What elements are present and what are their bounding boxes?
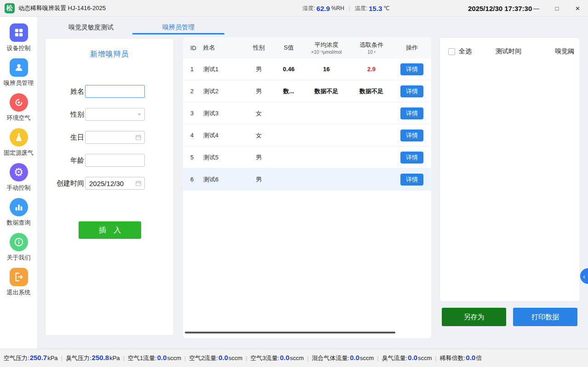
sidebar-item-manual-control[interactable]: ⚙ 手动控制: [7, 163, 31, 192]
print-data-button[interactable]: 打印数据: [513, 308, 577, 326]
window-controls: — □ ✕: [526, 0, 588, 17]
main-area: 嗅觉灵敏度测试 嗅辨员管理 新增嗅辩员 姓名 性别 生日: [38, 17, 588, 349]
test-results-panel: 全选 测试时间 嗅觉阈: [440, 37, 580, 302]
humidity-value: 62.9: [316, 5, 330, 12]
sidebar: 设备控制 嗅辨员管理 环境空气 固定源废气 ⚙ 手动控制 数据查询 关于我们: [0, 17, 38, 349]
detail-button[interactable]: 详情: [400, 107, 423, 119]
cell-s-value: 0.46: [275, 66, 303, 73]
results-header-row: 全选 测试时间 嗅觉阈: [440, 41, 580, 62]
sidebar-item-device-control[interactable]: 设备控制: [7, 23, 31, 52]
col-header-name: 姓名: [203, 44, 243, 52]
tab-bar: 嗅觉灵敏度测试 嗅辨员管理: [50, 21, 224, 34]
status-unit: kPa: [109, 355, 120, 361]
cell-selection-condition: 2.9: [350, 66, 393, 73]
status-value: 0.0: [350, 354, 360, 361]
create-time-field-row: 创建时间: [46, 177, 173, 190]
status-unit: sccm: [228, 355, 242, 361]
age-input[interactable]: [85, 154, 145, 167]
status-value: 250.7: [30, 354, 47, 361]
status-label: 混合气体流量:: [312, 354, 349, 362]
status-unit: kPa: [47, 355, 57, 361]
cell-gender: 男: [243, 87, 275, 96]
save-as-button[interactable]: 另存为: [442, 308, 506, 326]
horizontal-scrollbar[interactable]: [185, 332, 395, 333]
cell-selection-condition: 数据不足: [350, 87, 393, 96]
age-field-row: 年龄: [46, 154, 173, 167]
detail-button[interactable]: 详情: [400, 174, 423, 186]
calendar-icon: [135, 134, 142, 141]
detail-button[interactable]: 详情: [400, 63, 423, 75]
cell-name: 测试2: [203, 87, 243, 96]
col-header-selection-condition: 选取条件 10 ˢ: [350, 41, 393, 55]
col-header-id: ID: [183, 45, 203, 51]
cell-id: 6: [183, 176, 203, 183]
status-value: 0.0: [218, 354, 228, 361]
cell-name: 测试3: [203, 109, 243, 118]
info-icon: [10, 233, 28, 251]
close-icon[interactable]: ✕: [567, 0, 588, 17]
cell-gender: 女: [243, 131, 275, 140]
col-header-gender: 性别: [243, 44, 275, 52]
status-item: 空气2流量: 0.0 sccm: [181, 354, 242, 362]
detail-button[interactable]: 详情: [400, 85, 423, 97]
tab-sensitivity-test[interactable]: 嗅觉灵敏度测试: [50, 21, 132, 34]
status-label: 稀释倍数:: [440, 354, 466, 362]
cell-name: 测试4: [203, 131, 243, 140]
grid-icon: [10, 23, 28, 42]
cell-gender: 男: [243, 153, 275, 162]
name-input[interactable]: [85, 85, 145, 98]
maximize-icon[interactable]: □: [547, 0, 567, 17]
select-all-label: 全选: [459, 47, 472, 56]
swirl-icon: [10, 93, 28, 112]
table-row[interactable]: 5 测试5 男 详情: [183, 147, 431, 169]
gender-select[interactable]: [85, 108, 145, 121]
temperature-value: 15.3: [369, 5, 382, 12]
status-value: 250.8: [92, 354, 109, 361]
status-unit: sccm: [360, 355, 374, 361]
table-row[interactable]: 3 测试3 女 详情: [183, 102, 431, 124]
cell-name: 测试6: [203, 175, 243, 184]
status-bar: 空气压力: 250.7 kPa 臭气压力: 250.8 kPa 空气1流量: 0…: [0, 349, 588, 367]
detail-button[interactable]: 详情: [400, 130, 423, 141]
table-row[interactable]: 6 测试6 男 详情: [183, 169, 431, 191]
sidebar-item-ambient-air[interactable]: 环境空气: [7, 93, 31, 122]
col-header-operation: 操作: [393, 44, 431, 52]
gender-label: 性别: [70, 110, 84, 119]
minimize-icon[interactable]: —: [526, 0, 547, 17]
table-row[interactable]: 2 测试2 男 数... 数据不足 数据不足 详情: [183, 80, 431, 102]
status-item: 空气1流量: 0.0 sccm: [120, 354, 181, 362]
col-header-s-value: S值: [275, 44, 303, 52]
sidebar-item-sniffer-management[interactable]: 嗅辨员管理: [4, 58, 34, 87]
detail-button[interactable]: 详情: [400, 152, 423, 164]
status-item: 臭气压力: 250.8 kPa: [58, 354, 120, 362]
gender-field-row: 性别: [46, 108, 173, 121]
status-value: 0.0: [466, 354, 475, 361]
status-label: 臭气流量:: [382, 354, 407, 362]
calendar-icon: [135, 180, 142, 186]
name-label: 姓名: [70, 87, 84, 96]
cell-avg-concentration: 数据不足: [303, 87, 350, 96]
status-item: 混合气体流量: 0.0 sccm: [304, 354, 374, 362]
insert-button[interactable]: 插 入: [79, 221, 141, 239]
chevron-left-icon: ‹: [583, 272, 585, 280]
table-row[interactable]: 1 测试1 男 0.46 16 2.9 详情: [183, 58, 431, 80]
create-time-label: 创建时间: [57, 179, 84, 188]
sidebar-item-about-us[interactable]: 关于我们: [7, 233, 31, 262]
table-row[interactable]: 4 测试4 女 详情: [183, 124, 431, 147]
cell-gender: 女: [243, 109, 275, 118]
cell-avg-concentration: 16: [303, 66, 350, 73]
sidebar-item-data-query[interactable]: 数据查询: [7, 198, 31, 227]
app-logo: 松: [5, 3, 15, 13]
sidebar-item-stationary-source[interactable]: 固定源废气: [4, 128, 34, 157]
status-label: 空气压力:: [4, 354, 29, 362]
status-value: 0.0: [280, 354, 290, 361]
sidebar-item-exit-system[interactable]: 退出系统: [7, 268, 31, 297]
temperature-unit: ℃: [383, 5, 389, 11]
cell-id: 1: [183, 66, 203, 73]
select-all-checkbox[interactable]: [448, 48, 455, 55]
status-label: 臭气压力:: [66, 354, 91, 362]
collapse-panel-arrow[interactable]: ‹: [580, 268, 588, 284]
status-value: 0.0: [408, 354, 417, 361]
tab-sniffer-management[interactable]: 嗅辨员管理: [132, 21, 224, 34]
table-body: 1 测试1 男 0.46 16 2.9 详情 2 测试2 男 数... 数据不足…: [183, 58, 431, 191]
